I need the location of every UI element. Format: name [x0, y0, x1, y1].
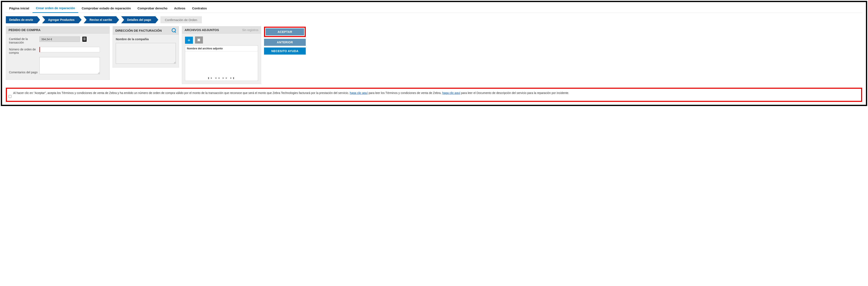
- step-add-products[interactable]: Agregar Productos: [42, 16, 79, 23]
- po-number-label: Número de orden de compra: [9, 47, 39, 55]
- nav-repair-status[interactable]: Comprobar estado de reparación: [78, 4, 134, 12]
- progress-steps: Detalles de envío Agregar Productos Revi…: [6, 16, 862, 23]
- purchase-order-title: PEDIDO DE COMPRA: [6, 27, 110, 34]
- nav-create-order[interactable]: Crear orden de reparación: [33, 4, 79, 13]
- search-icon[interactable]: [172, 28, 176, 33]
- amount-label: Cantidad de la transacción: [9, 36, 39, 44]
- step-confirmation: Confirmación de Orden: [160, 16, 202, 23]
- terms-link-1[interactable]: haga clic aquí: [350, 91, 368, 95]
- no-records-label: Sin registros: [242, 28, 258, 32]
- accept-button[interactable]: ACEPTAR: [266, 28, 304, 35]
- attachment-column-header: Nombre del archivo adjunto: [185, 46, 258, 51]
- nav-home[interactable]: Página inicial: [6, 4, 33, 12]
- terms-part1: Al hacer clic en "Aceptar", acepta los T…: [13, 91, 350, 95]
- app-frame: Página inicial Crear orden de reparación…: [1, 1, 867, 106]
- comments-label: Comentarios del pago: [9, 70, 39, 74]
- billing-address-card: DIRECCIÓN DE FACTURACIÓN Nombre de la co…: [113, 26, 179, 68]
- amount-field: [39, 36, 80, 42]
- billing-title: DIRECCIÓN DE FACTURACIÓN: [115, 29, 162, 32]
- accept-highlight: ACEPTAR: [264, 27, 306, 37]
- attachments-title: ARCHIVOS ADJUNTOS: [185, 28, 219, 32]
- attachments-card: ARCHIVOS ADJUNTOS Sin registros ＋ ✖ Nomb…: [182, 26, 261, 84]
- step-payment[interactable]: Detalles del pago: [121, 16, 155, 23]
- step-shipping[interactable]: Detalles de envío: [6, 16, 37, 23]
- terms-box: Al hacer clic en "Aceptar", acepta los T…: [6, 88, 862, 102]
- nav-contracts[interactable]: Contratos: [189, 4, 210, 12]
- step-review-cart[interactable]: Revise el carrito: [84, 16, 116, 23]
- terms-text: Al hacer clic en "Aceptar", acepta los T…: [13, 91, 569, 95]
- nav-entitlement[interactable]: Comprobar derecho: [134, 4, 170, 12]
- main-content: PEDIDO DE COMPRA Cantidad de la transacc…: [6, 26, 862, 84]
- billing-address-field[interactable]: [116, 43, 176, 64]
- remove-attachment-button[interactable]: ✖: [195, 36, 203, 43]
- attachments-list: Nombre del archivo adjunto ▮◄ ◄◄ ►► ►▮: [185, 45, 258, 81]
- terms-checkbox[interactable]: [8, 95, 11, 98]
- attachments-empty-body: [185, 51, 258, 75]
- document-icon[interactable]: [82, 37, 87, 42]
- previous-button[interactable]: ANTERIOR: [264, 39, 306, 46]
- purchase-order-card: PEDIDO DE COMPRA Cantidad de la transacc…: [6, 26, 110, 80]
- po-number-field[interactable]: [39, 47, 100, 52]
- terms-part2: para leer los Términos y condiciones de …: [369, 91, 442, 95]
- nav-assets[interactable]: Activos: [171, 4, 189, 12]
- attachments-pager[interactable]: ▮◄ ◄◄ ►► ►▮: [185, 75, 258, 81]
- terms-part3: para leer el Documento de descripción de…: [461, 91, 569, 95]
- add-attachment-button[interactable]: ＋: [185, 37, 193, 44]
- company-name-label: Nombre de la compañía: [116, 37, 176, 41]
- help-button[interactable]: NECESITO AYUDA: [264, 47, 306, 55]
- action-sidebar: ACEPTAR ANTERIOR NECESITO AYUDA: [264, 26, 306, 55]
- comments-field[interactable]: [39, 57, 100, 74]
- terms-link-2[interactable]: haga clic aquí: [442, 91, 460, 95]
- top-nav: Página inicial Crear orden de reparación…: [6, 4, 862, 13]
